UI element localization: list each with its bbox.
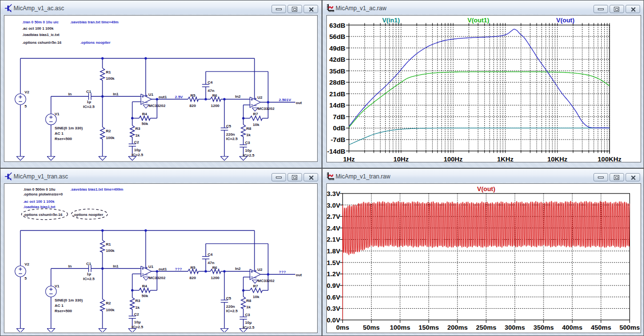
svg-text:In1: In1	[113, 264, 119, 268]
svg-text:10k: 10k	[253, 295, 260, 299]
svg-text:.savebias bias1.txt time=499m: .savebias bias1.txt time=499m	[70, 187, 123, 192]
svg-text:.options plotwinsize=0: .options plotwinsize=0	[23, 192, 63, 196]
svg-text:56dB: 56dB	[329, 33, 345, 40]
svg-text:10k: 10k	[253, 123, 260, 127]
svg-text:R1: R1	[106, 70, 111, 74]
svg-text:out: out	[296, 273, 302, 277]
svg-text:300ms: 300ms	[505, 324, 525, 331]
svg-text:500ms: 500ms	[619, 324, 640, 331]
svg-text:V2: V2	[25, 90, 30, 94]
svg-text:U1: U1	[149, 92, 154, 97]
svg-text:V1: V1	[55, 112, 60, 116]
svg-text:10µ: 10µ	[245, 148, 252, 153]
svg-text:R8: R8	[246, 299, 252, 303]
svg-text:1k: 1k	[246, 133, 251, 137]
svg-text:out: out	[296, 101, 302, 105]
svg-text:.options noopiter: .options noopiter	[73, 212, 103, 217]
svg-text:50k: 50k	[142, 122, 149, 126]
svg-text:.ac oct 100 1 100k: .ac oct 100 1 100k	[23, 199, 55, 204]
svg-text:C4: C4	[208, 252, 213, 257]
svg-text:100k: 100k	[106, 248, 115, 253]
svg-text:In2: In2	[235, 94, 241, 99]
svg-text:.tran 0 500m 0 10u: .tran 0 500m 0 10u	[23, 187, 55, 192]
svg-text:1200: 1200	[211, 104, 220, 108]
svg-text:200ms: 200ms	[447, 324, 468, 331]
svg-text:1µ: 1µ	[87, 272, 91, 276]
svg-text:-14dB: -14dB	[327, 148, 345, 155]
svg-text:1.2V: 1.2V	[327, 270, 340, 278]
svg-text:C2: C2	[134, 312, 139, 317]
svg-text:28dB: 28dB	[329, 79, 345, 86]
svg-text:1k: 1k	[246, 305, 251, 309]
svg-text:???: ???	[279, 270, 286, 274]
svg-text:V1: V1	[55, 284, 60, 288]
svg-text:100ms: 100ms	[390, 324, 410, 331]
svg-text:.loadbias bias1_ic.txt: .loadbias bias1_ic.txt	[22, 33, 60, 37]
svg-text:100k: 100k	[106, 76, 115, 81]
svg-text:100k: 100k	[106, 136, 115, 140]
svg-text:U2: U2	[257, 95, 263, 100]
svg-text:MC33202: MC33202	[258, 279, 275, 283]
svg-text:400ms: 400ms	[562, 324, 582, 331]
svg-text:820: 820	[189, 276, 196, 280]
svg-text:AC 1: AC 1	[55, 131, 64, 136]
svg-text:V(out): V(out)	[477, 185, 495, 193]
svg-text:???: ???	[175, 267, 182, 271]
svg-text:out1: out1	[159, 95, 167, 99]
svg-text:out1: out1	[159, 267, 167, 271]
svg-text:35dB: 35dB	[329, 68, 345, 75]
svg-text:R6: R6	[212, 265, 218, 270]
svg-text:In2: In2	[235, 266, 241, 271]
svg-text:2.7V: 2.7V	[327, 213, 340, 220]
svg-text:AC 1: AC 1	[55, 303, 64, 308]
svg-text:C2: C2	[134, 140, 139, 144]
svg-text:R6: R6	[212, 93, 218, 98]
svg-text:3.3V: 3.3V	[327, 190, 340, 197]
svg-text:C3: C3	[245, 141, 251, 145]
svg-text:10µ: 10µ	[134, 148, 141, 152]
svg-text:C5: C5	[226, 124, 232, 128]
svg-text:1.5V: 1.5V	[327, 259, 340, 266]
svg-text:150ms: 150ms	[419, 324, 439, 331]
svg-text:R2: R2	[106, 129, 111, 133]
svg-text:In1: In1	[113, 92, 119, 96]
svg-text:R7: R7	[253, 112, 258, 116]
svg-text:MC33202: MC33202	[258, 106, 275, 111]
svg-text:100Hz: 100Hz	[444, 156, 463, 162]
svg-text:250ms: 250ms	[476, 324, 496, 331]
svg-text:3.0V: 3.0V	[327, 202, 340, 209]
svg-text:IC=2.5: IC=2.5	[226, 137, 238, 141]
svg-text:Rser=500: Rser=500	[55, 309, 72, 313]
svg-text:IC=2.5: IC=2.5	[132, 325, 143, 329]
svg-text:IC=2.5: IC=2.5	[243, 325, 254, 330]
svg-text:1Hz: 1Hz	[343, 156, 355, 162]
svg-text:.options cshunt=5e-16: .options cshunt=5e-16	[23, 212, 62, 217]
svg-text:IC=2.5: IC=2.5	[226, 309, 238, 313]
svg-text:.options noopiter: .options noopiter	[81, 40, 111, 45]
svg-text:U1: U1	[149, 265, 154, 269]
svg-text:C1: C1	[86, 262, 92, 266]
svg-text:63dB: 63dB	[329, 22, 345, 29]
svg-text:100KHz: 100KHz	[598, 156, 622, 162]
svg-text:C4: C4	[208, 80, 213, 85]
svg-text:47n: 47n	[208, 261, 215, 265]
svg-text:1µ: 1µ	[87, 100, 91, 104]
svg-text:5: 5	[25, 276, 27, 281]
svg-text:14dB: 14dB	[329, 102, 345, 109]
svg-text:Rser=500: Rser=500	[55, 137, 72, 141]
svg-text:U2: U2	[257, 267, 263, 272]
svg-text:0.0V: 0.0V	[327, 317, 340, 324]
svg-text:-7dB: -7dB	[331, 136, 345, 143]
svg-text:R1: R1	[106, 242, 111, 247]
svg-text:C5: C5	[226, 296, 232, 301]
svg-text:V2: V2	[25, 262, 30, 266]
svg-text:0ms: 0ms	[336, 324, 349, 331]
svg-text:50k: 50k	[142, 294, 149, 298]
svg-text:42dB: 42dB	[329, 56, 345, 63]
svg-text:0.6V: 0.6V	[327, 294, 340, 301]
svg-text:7dB: 7dB	[333, 113, 345, 121]
svg-text:350ms: 350ms	[533, 324, 554, 331]
svg-text:R4: R4	[142, 112, 148, 116]
svg-text:R3: R3	[136, 299, 141, 303]
svg-text:V(out): V(out)	[556, 17, 575, 24]
